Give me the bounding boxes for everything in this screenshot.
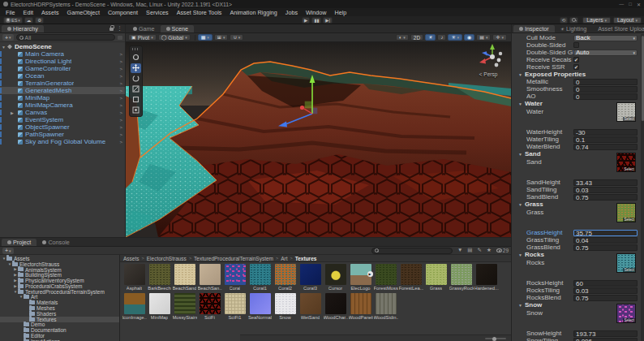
- prefab-arrow-icon[interactable]: >: [119, 67, 122, 71]
- menu-edit[interactable]: Edit: [19, 9, 37, 16]
- draw-mode-dropdown[interactable]: ◐▾: [396, 34, 409, 41]
- cloud-button[interactable]: ☁: [24, 17, 34, 24]
- search-filter-icon[interactable]: [118, 36, 122, 40]
- camera-settings-dropdown[interactable]: ▤▾: [476, 34, 491, 41]
- scene-visibility-toggle[interactable]: ◉: [464, 34, 474, 41]
- prefab-arrow-icon[interactable]: >: [119, 88, 122, 93]
- folder-meshes[interactable]: Meshes: [0, 305, 119, 311]
- menu-services[interactable]: Services: [142, 9, 173, 16]
- breadcrumb-assets[interactable]: Assets: [123, 256, 140, 261]
- texture-thumbnail-sand[interactable]: Select: [616, 153, 636, 172]
- hierarchy-item-canvas[interactable]: ▶Canvas>: [0, 109, 125, 116]
- create-asset-button[interactable]: +▾: [2, 248, 14, 254]
- asset-iconimage[interactable]: IconImage...: [122, 293, 147, 321]
- field-sandheight[interactable]: 33.43: [573, 179, 638, 186]
- asset-eleclogo[interactable]: ▶ElecLogo: [348, 264, 373, 291]
- snap-settings-button[interactable]: ⊞▾: [214, 34, 229, 41]
- field-rocksblend[interactable]: 0.75: [573, 295, 638, 301]
- scene-lighting-toggle[interactable]: ☀: [425, 34, 436, 41]
- hierarchy-item-main-camera[interactable]: Main Camera>: [0, 50, 125, 58]
- scene-audio-toggle[interactable]: ♪: [437, 34, 446, 41]
- field-rocksheight[interactable]: 60: [573, 280, 638, 287]
- pivot-mode-dropdown[interactable]: ▣ Pivot▾: [128, 34, 157, 41]
- asset-cursor[interactable]: Cursor: [323, 264, 348, 291]
- field-ao[interactable]: 0: [573, 93, 638, 100]
- texture-thumbnail-snow[interactable]: Select: [616, 304, 636, 323]
- asset-beachsan[interactable]: BeachSan...: [197, 264, 222, 291]
- overlay-drag-handle[interactable]: [132, 48, 140, 50]
- breadcrumb-textures[interactable]: Textures: [295, 256, 317, 261]
- maximize-button[interactable]: □: [629, 2, 632, 7]
- asset-grassyrock[interactable]: GrassyRock: [449, 264, 474, 291]
- 2d-toggle[interactable]: 2D: [410, 34, 423, 41]
- select-texture-button[interactable]: Select: [623, 268, 635, 272]
- hierarchy-search-input[interactable]: All: [16, 34, 115, 41]
- prefab-arrow-icon[interactable]: >: [119, 81, 122, 86]
- effects-dropdown[interactable]: ✳▾: [448, 34, 462, 41]
- asset-hardened[interactable]: Hardened...: [474, 264, 499, 291]
- hierarchy-item-minimapcamera[interactable]: MiniMapCamera>: [0, 101, 125, 109]
- hierarchy-item-generatedmesh[interactable]: GeneratedMesh>: [0, 87, 125, 94]
- field-rockstiling[interactable]: 0.03: [573, 287, 638, 294]
- field-snowtiling[interactable]: 0.006: [573, 338, 638, 341]
- folder-documentation[interactable]: Documentation: [0, 327, 119, 333]
- checkbox-receive-ssr[interactable]: ✔: [573, 64, 579, 70]
- hierarchy-item-objectspawner[interactable]: ObjectSpawner>: [0, 123, 125, 131]
- prefab-arrow-icon[interactable]: >: [119, 59, 122, 64]
- menu-file[interactable]: File: [2, 9, 19, 16]
- create-object-button[interactable]: +▾: [2, 34, 14, 41]
- asset-scifi[interactable]: SciFi: [197, 293, 222, 321]
- field-metallic[interactable]: 0: [573, 79, 638, 85]
- asset-scifi1[interactable]: SciFi1: [222, 293, 247, 321]
- menu-gameobject[interactable]: GameObject: [63, 9, 104, 16]
- asset-forestmoss[interactable]: ForestMoss: [373, 264, 398, 291]
- search-by-type-icon[interactable]: ▼: [457, 248, 462, 253]
- field-smoothness[interactable]: 0: [573, 86, 638, 93]
- folder-texturedproceduralterrainsystem[interactable]: ▼TexturedProceduralTerrainSystem: [0, 289, 119, 295]
- hierarchy-item-eventsystem[interactable]: EventSystem>: [0, 116, 125, 123]
- menu-component[interactable]: Component: [104, 9, 142, 16]
- edit-pen-icon[interactable]: ✎: [477, 248, 481, 253]
- texture-thumbnail-water[interactable]: Select: [616, 102, 636, 122]
- dropdown-double-sided-gi[interactable]: Auto▾: [573, 50, 638, 56]
- asset-forestlea[interactable]: ForestLea...: [398, 264, 423, 291]
- scene-viewport[interactable]: < Persp: [126, 42, 511, 237]
- hierarchy-item-pathspawner[interactable]: PathSpawner>: [0, 131, 125, 138]
- grid-visibility-toggle[interactable]: ▦▾: [198, 34, 213, 41]
- asset-coral3[interactable]: Coral3: [298, 264, 323, 291]
- hierarchy-item-sky-and-fog-global-volume[interactable]: Sky and Fog Global Volume>: [0, 138, 125, 145]
- inspector-scrollbar[interactable]: [641, 34, 644, 341]
- field-grassheight[interactable]: 35.75: [573, 230, 638, 236]
- menu-window[interactable]: Window: [302, 9, 331, 16]
- menu-asset-store-tools[interactable]: Asset Store Tools: [173, 9, 226, 16]
- breadcrumb-electorchstrauss[interactable]: ElectorchStrauss: [147, 256, 187, 261]
- asset-woodsidin[interactable]: WoodSidin...: [373, 293, 398, 321]
- prefab-arrow-icon[interactable]: >: [119, 96, 122, 101]
- asset-coral2[interactable]: Coral2: [273, 264, 298, 291]
- folder-materials[interactable]: Materials: [0, 300, 119, 305]
- tab-asset-store-uploader[interactable]: Asset Store Uploader: [592, 25, 644, 32]
- texture-thumbnail-grass[interactable]: Select: [616, 203, 636, 222]
- asset-snow[interactable]: Snow: [273, 293, 298, 321]
- menu-help[interactable]: Help: [331, 9, 351, 16]
- select-texture-button[interactable]: Select: [623, 167, 635, 171]
- field-sandblend[interactable]: 0.75: [573, 194, 638, 201]
- select-texture-button[interactable]: Select: [623, 318, 635, 322]
- hidden-items-toggle[interactable]: 29: [496, 248, 509, 253]
- folder-assets[interactable]: ▼Assets: [0, 256, 119, 261]
- asset-seanormal[interactable]: SeaNormal: [247, 293, 273, 321]
- tab-project[interactable]: Project: [2, 239, 36, 246]
- field-sandtiling[interactable]: 0.03: [573, 187, 638, 193]
- prefab-arrow-icon[interactable]: >: [119, 110, 122, 115]
- rect-tool-button[interactable]: [131, 95, 141, 105]
- prefab-arrow-icon[interactable]: >: [119, 118, 122, 123]
- rotate-tool-button[interactable]: [131, 74, 141, 84]
- thumbnail-size-slider[interactable]: [485, 338, 506, 339]
- field-waterheight[interactable]: -30: [573, 129, 638, 136]
- asset-woodpanels[interactable]: WoodPanels: [348, 293, 373, 321]
- prefab-arrow-icon[interactable]: >: [119, 74, 122, 79]
- breadcrumb-texturedproceduralterrainsystem[interactable]: TexturedProceduralTerrainSystem: [194, 256, 273, 261]
- checkbox-receive-decals[interactable]: ✔: [573, 57, 579, 63]
- dropdown-cull-mode[interactable]: Back▾: [573, 35, 638, 41]
- prefab-arrow-icon[interactable]: >: [119, 132, 122, 137]
